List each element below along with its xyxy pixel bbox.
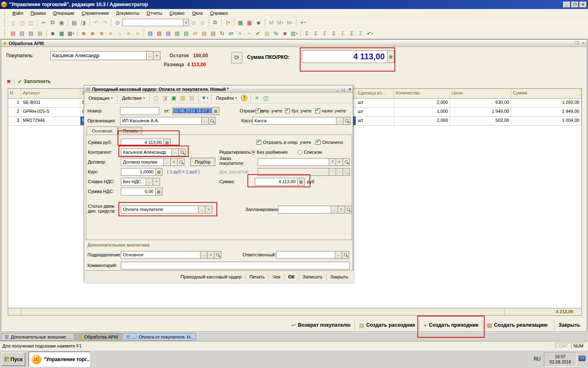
report-registry-icon[interactable]: Σ xyxy=(357,29,365,38)
checkbox-oper-uchet[interactable]: Отразить в опер. учете xyxy=(256,138,311,146)
help-icon[interactable]: ? xyxy=(241,95,247,101)
menu-item-6[interactable]: Сервис xyxy=(166,10,189,16)
checkbox-buh-uchet[interactable]: бух. учете xyxy=(285,107,312,115)
number-field[interactable] xyxy=(120,107,159,115)
coins-2-icon[interactable]: ¤ xyxy=(134,29,142,38)
calc-memory-plus-icon[interactable]: M+ xyxy=(276,18,285,27)
division-select-button[interactable]: ... xyxy=(200,251,207,259)
ok-button[interactable]: ОК xyxy=(284,274,298,280)
new-document-icon[interactable]: ▯ xyxy=(9,18,17,27)
doc-exchange-icon[interactable]: ⇄ xyxy=(227,29,235,38)
fill-check-icon[interactable]: ✔ xyxy=(18,79,22,85)
pko-sum-field[interactable]: 4 113,00 xyxy=(302,50,388,63)
col-n[interactable]: N xyxy=(8,89,21,99)
org-field[interactable]: ИП Касьянов А.А. xyxy=(120,117,202,125)
paste-icon[interactable]: ▣ xyxy=(58,18,66,27)
reread-icon[interactable]: ◨ xyxy=(161,94,169,102)
kkm-icon[interactable]: ▦ xyxy=(67,29,75,38)
buyer-payment-icon[interactable]: ☻ xyxy=(80,29,88,38)
cut-icon[interactable]: ✂ xyxy=(40,18,48,27)
find-next-icon[interactable]: ⊙ xyxy=(198,18,207,27)
dogovor-select-button[interactable]: ... xyxy=(164,158,171,166)
radio-no-split[interactable]: Без разбиения xyxy=(251,148,287,156)
report-checks-icon[interactable]: ✔ xyxy=(366,29,374,38)
return-cart-icon[interactable]: ▤ xyxy=(164,29,172,38)
comment-field[interactable] xyxy=(121,262,350,269)
buyer-field[interactable]: Касьянов Александр xyxy=(50,51,147,60)
create-income-button[interactable]: + Создать приходник xyxy=(419,320,483,330)
save-record-icon[interactable]: ◫ xyxy=(152,94,160,102)
report-suppliers-icon[interactable]: Σ xyxy=(312,29,320,38)
create-expense-button[interactable]: ▤ Создать расходник xyxy=(354,320,419,330)
date-field[interactable]: 02.08.2018 16:07:19 xyxy=(172,107,212,115)
org-select-button[interactable]: ... xyxy=(202,117,209,125)
search-icon[interactable]: ⊙ xyxy=(114,18,122,27)
kurs-field[interactable]: 1,0000 xyxy=(121,168,156,176)
check-button[interactable]: Чек xyxy=(268,274,284,280)
start-button[interactable]: Пуск xyxy=(2,352,25,366)
doc-movements-icon[interactable]: ◫ xyxy=(262,94,270,102)
kassa-search-icon[interactable] xyxy=(343,117,350,125)
report-sales-icon[interactable]: Σ xyxy=(330,29,338,38)
nds-sum-field[interactable]: 0,00 xyxy=(121,188,156,195)
tray-clock[interactable]: 16:07 02.08.2018 xyxy=(544,352,577,367)
search-dropdown-icon[interactable]: ▾ xyxy=(183,19,189,26)
counterparties-icon[interactable]: ☻ xyxy=(49,29,57,38)
dialog-maximize-button[interactable]: □ xyxy=(342,87,345,92)
actions-menu-button[interactable]: Действия xyxy=(119,95,148,101)
planned-search-icon[interactable] xyxy=(345,206,352,213)
dogovor-search-icon[interactable] xyxy=(178,158,185,166)
calendar-icon[interactable]: ▦ xyxy=(245,18,254,27)
minimize-button[interactable]: _ xyxy=(563,2,570,8)
cash-register-icon[interactable]: ▦ xyxy=(58,29,66,38)
kassa-field[interactable]: Касса xyxy=(252,117,336,125)
taskbar-task-button[interactable]: 1С "Управление торг... xyxy=(29,352,90,367)
checkbox-paid[interactable]: Оплачено xyxy=(316,138,343,146)
bank-coins-icon[interactable]: ⌂ xyxy=(116,29,124,38)
buyer-order-icon[interactable]: ☻ xyxy=(98,29,106,38)
mdi-tab-pko-order[interactable]: ▤ ...: Оплата от покупателя. Н... xyxy=(122,333,196,341)
buyer-clear-button[interactable]: × xyxy=(154,51,160,60)
doc-check-icon[interactable]: ✔ xyxy=(254,29,262,38)
division-clear-icon[interactable]: × xyxy=(207,251,214,259)
create-sale-button[interactable]: ▤ Создать реализацию xyxy=(482,320,551,330)
find-icon[interactable]: ⊙ xyxy=(189,18,198,27)
col-price[interactable]: Цена xyxy=(450,89,511,99)
mdi-tab-arm[interactable]: ◆ Обработка АРМ xyxy=(75,333,122,341)
col-unit[interactable]: Единица из... xyxy=(356,89,394,99)
nds-sum-calc-icon[interactable]: ▦ xyxy=(156,188,163,195)
nds-rate-select-button[interactable]: ... xyxy=(146,178,153,186)
print-preview-icon[interactable]: ◨ xyxy=(79,18,87,27)
sum-rub-field[interactable]: 4 113,00 xyxy=(121,139,164,146)
responsible-search-icon[interactable] xyxy=(342,251,349,259)
menu-item-7[interactable]: Окна xyxy=(189,10,207,16)
calc-memory-minus-icon[interactable]: M- xyxy=(286,18,294,27)
report-buyers-icon[interactable]: Σ xyxy=(303,29,311,38)
doc-minus-icon[interactable]: − xyxy=(245,29,253,38)
dogovor-clear-icon[interactable]: × xyxy=(171,158,178,166)
checkbox-nalog-uchet[interactable]: налог. учете xyxy=(315,107,346,115)
report-persons-icon[interactable]: Σ xyxy=(321,29,329,38)
contragent-select-button[interactable]: ... xyxy=(172,148,179,156)
dialog-close-button[interactable]: × xyxy=(349,87,351,92)
money-transfer-icon[interactable]: ⇄ xyxy=(191,29,199,38)
money-key-icon[interactable]: ¤ xyxy=(125,29,133,38)
expense-doc-icon[interactable]: ▤ xyxy=(155,29,163,38)
contragent-field[interactable]: Касьянов Александр xyxy=(121,148,172,156)
arm-minimize-button[interactable]: _ xyxy=(569,40,572,46)
menu-item-8[interactable]: Справка xyxy=(206,10,231,16)
save-icon[interactable]: ◫ xyxy=(27,18,35,27)
dialog-minimize-button[interactable]: _ xyxy=(336,87,339,92)
close-button[interactable]: × xyxy=(579,2,587,8)
cash-book-icon[interactable]: ▤ xyxy=(9,29,17,38)
print-form-icon[interactable]: ▤ xyxy=(18,29,26,38)
output-icon[interactable]: ▼ xyxy=(200,94,209,102)
copy-buffer-icon[interactable]: ⧉ xyxy=(211,18,219,27)
col-qty[interactable]: Количество xyxy=(394,89,450,99)
pko-calc-icon[interactable]: ▦ xyxy=(388,50,394,63)
print-icon[interactable]: ▤ xyxy=(70,18,78,27)
arm-restore-button[interactable]: ❐ xyxy=(575,40,579,46)
contragent-search-icon[interactable] xyxy=(179,148,186,156)
menu-item-5[interactable]: Отчеты xyxy=(143,10,166,16)
copy-icon[interactable]: ⧉ xyxy=(49,18,57,27)
